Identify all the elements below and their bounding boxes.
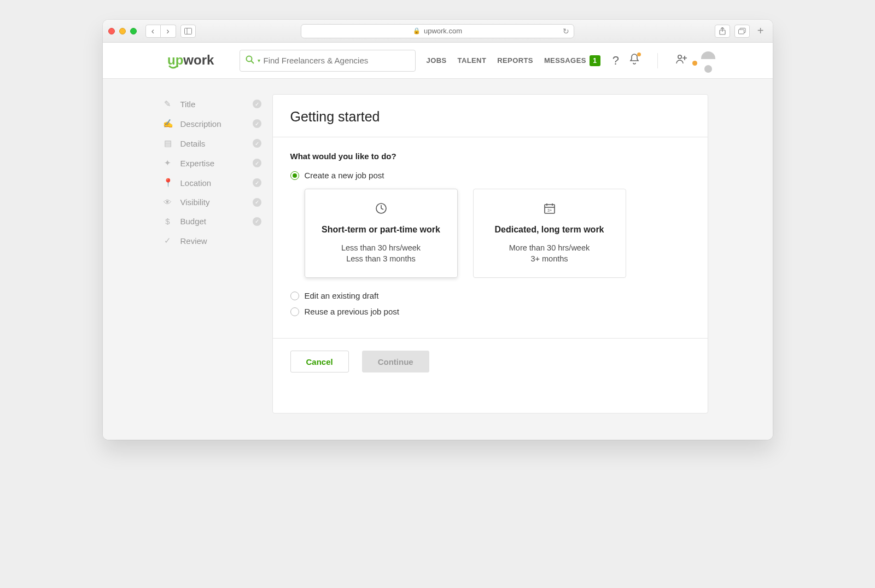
main-card: Getting started What would you like to d… [272, 94, 708, 414]
step-label: Review [180, 236, 207, 246]
nav-messages-label: MESSAGES [544, 56, 586, 65]
step-label: Title [180, 100, 196, 109]
list-icon: ▤ [163, 138, 173, 148]
search-box[interactable]: ▾ [240, 50, 416, 72]
browser-chrome: ‹ › 🔒 upwork.com ↻ + [103, 20, 773, 43]
card-header: Getting started [273, 95, 708, 137]
clock-icon [315, 202, 447, 217]
search-input[interactable] [264, 56, 410, 65]
page-body: ✎ Title ✓ ✍ Description ✓ ▤ Details ✓ ✦ … [103, 79, 773, 440]
radio-label: Reuse a previous job post [305, 307, 399, 316]
step-label: Visibility [180, 197, 210, 207]
option-line: More than 30 hrs/week [483, 243, 616, 252]
share-button[interactable] [715, 25, 730, 38]
add-team-icon[interactable] [675, 54, 687, 68]
step-expertise[interactable]: ✦ Expertise ✓ [163, 153, 272, 173]
nav-links: JOBS TALENT REPORTS MESSAGES 1 [427, 55, 600, 66]
reload-icon[interactable]: ↻ [563, 27, 569, 36]
tabs-button[interactable] [734, 25, 750, 38]
option-line: Less than 30 hrs/week [315, 243, 447, 252]
svg-line-13 [381, 208, 383, 209]
chevron-down-icon[interactable]: ▾ [258, 57, 260, 63]
nav-icons: ? [612, 53, 697, 68]
radio-edit-draft[interactable]: Edit an existing draft [290, 291, 690, 300]
radio-reuse-post[interactable]: Reuse a previous job post [290, 307, 690, 316]
lock-icon: 🔒 [413, 27, 421, 34]
option-short-term[interactable]: Short-term or part-time work Less than 3… [305, 189, 458, 278]
cancel-button[interactable]: Cancel [290, 351, 349, 372]
svg-rect-0 [184, 28, 191, 34]
step-location[interactable]: 📍 Location ✓ [163, 173, 272, 193]
step-label: Location [180, 178, 212, 188]
step-budget[interactable]: $ Budget ✓ [163, 212, 272, 231]
nav-reports[interactable]: REPORTS [497, 56, 533, 65]
svg-text:upwork: upwork [167, 53, 214, 67]
svg-text:3+: 3+ [547, 208, 552, 212]
card-body: What would you like to do? Create a new … [273, 137, 708, 338]
new-tab-button[interactable]: + [754, 25, 767, 37]
step-label: Expertise [180, 159, 215, 168]
option-long-term[interactable]: 3+ Dedicated, long term work More than 3… [473, 189, 626, 278]
svg-point-8 [678, 55, 681, 58]
step-visibility[interactable]: 👁 Visibility ✓ [163, 193, 272, 212]
radio-icon [290, 307, 299, 316]
svg-point-6 [246, 56, 252, 61]
step-title[interactable]: ✎ Title ✓ [163, 94, 272, 114]
search-icon [246, 55, 254, 66]
continue-button[interactable]: Continue [362, 351, 429, 372]
check-icon: ✓ [253, 119, 261, 128]
window-minimize-button[interactable] [119, 28, 126, 34]
nav-talent[interactable]: TALENT [458, 56, 487, 65]
radio-create[interactable]: Create a new job post [290, 171, 690, 180]
sidebar-toggle-button[interactable] [180, 25, 196, 38]
radio-label: Edit an existing draft [305, 291, 379, 300]
check-icon: ✓ [253, 159, 261, 167]
avatar-status-dot [692, 61, 697, 66]
nav-jobs[interactable]: JOBS [427, 56, 447, 65]
check-icon: ✓ [253, 139, 261, 148]
radio-label: Create a new job post [305, 171, 384, 180]
edit-icon: ✍ [163, 119, 173, 129]
option-line: Less than 3 months [315, 254, 447, 263]
notifications-icon[interactable] [629, 53, 640, 68]
browser-window: ‹ › 🔒 upwork.com ↻ + upwork [103, 20, 773, 440]
nav-messages[interactable]: MESSAGES 1 [544, 55, 600, 66]
address-bar[interactable]: 🔒 upwork.com ↻ [301, 24, 574, 38]
check-icon: ✓ [253, 178, 261, 187]
pencil-icon: ✎ [163, 99, 173, 109]
upwork-logo[interactable]: upwork [167, 53, 226, 69]
question-label: What would you like to do? [290, 152, 690, 161]
back-button[interactable]: ‹ [145, 25, 161, 38]
address-bar-url: upwork.com [424, 27, 462, 35]
check-icon: ✓ [253, 217, 261, 226]
nav-buttons: ‹ › [145, 25, 176, 38]
svg-line-7 [251, 61, 254, 63]
eye-icon: 👁 [163, 197, 173, 207]
messages-badge: 1 [590, 55, 600, 66]
steps-sidebar: ✎ Title ✓ ✍ Description ✓ ▤ Details ✓ ✦ … [103, 94, 272, 414]
top-navigation: upwork ▾ JOBS TALENT REPORTS MESSAGES 1 … [103, 43, 773, 79]
window-close-button[interactable] [108, 28, 115, 34]
step-review[interactable]: ✓ Review [163, 231, 272, 251]
card-footer: Cancel Continue [273, 338, 708, 385]
step-details[interactable]: ▤ Details ✓ [163, 133, 272, 153]
check-icon: ✓ [163, 236, 173, 246]
forward-button[interactable]: › [161, 25, 176, 38]
pin-icon: 📍 [163, 178, 173, 188]
option-title: Dedicated, long term work [483, 225, 616, 235]
option-title: Short-term or part-time work [315, 225, 447, 235]
sparkle-icon: ✦ [163, 158, 173, 168]
option-cards: Short-term or part-time work Less than 3… [305, 189, 690, 278]
calendar-icon: 3+ [483, 202, 616, 217]
divider [657, 53, 658, 68]
page-title: Getting started [290, 109, 690, 125]
radio-icon [290, 171, 299, 180]
step-label: Details [180, 139, 206, 148]
traffic-lights [108, 28, 137, 34]
dollar-icon: $ [163, 217, 173, 226]
window-zoom-button[interactable] [130, 28, 137, 34]
check-icon: ✓ [253, 198, 261, 207]
svg-rect-4 [738, 30, 744, 34]
help-icon[interactable]: ? [612, 54, 619, 68]
step-description[interactable]: ✍ Description ✓ [163, 114, 272, 133]
